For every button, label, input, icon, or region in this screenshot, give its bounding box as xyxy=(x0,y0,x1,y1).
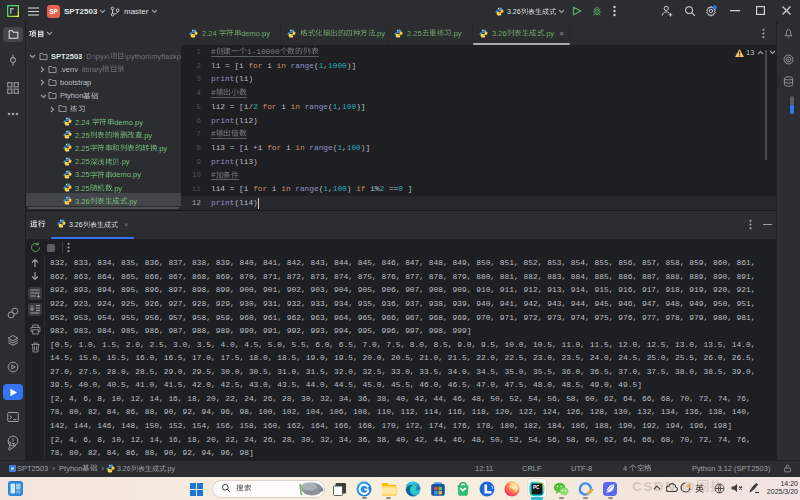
svg-text:PC: PC xyxy=(533,485,540,490)
